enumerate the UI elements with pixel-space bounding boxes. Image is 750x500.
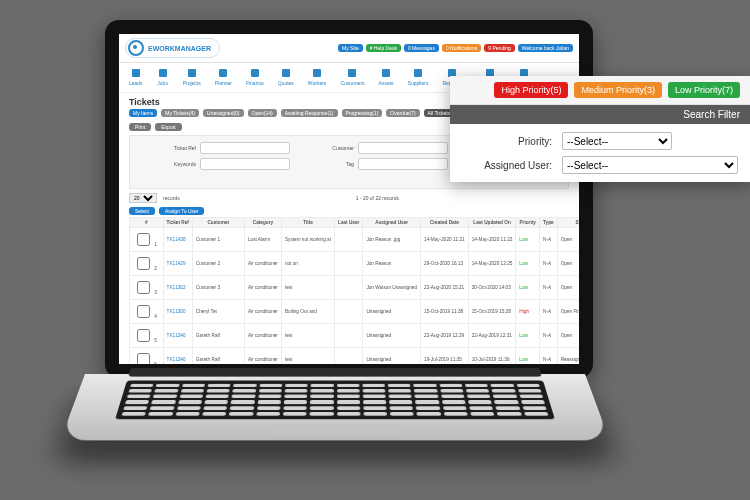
- row-checkbox[interactable]: [137, 305, 150, 318]
- column-header[interactable]: Created Date: [421, 218, 469, 228]
- cell: Unassigned: [363, 324, 421, 348]
- cell: 6: [130, 348, 164, 365]
- toolbar-item-planner[interactable]: Planner: [215, 67, 232, 86]
- toolbar-item-customers[interactable]: Customers: [340, 67, 364, 86]
- cell[interactable]: TK11346: [163, 348, 192, 365]
- cell: 30-Oct-2020 14:03: [468, 276, 516, 300]
- input-ticket-ref[interactable]: [200, 142, 290, 154]
- column-header[interactable]: Type: [540, 218, 558, 228]
- header-pill[interactable]: 0 Notifications: [442, 44, 481, 52]
- row-checkbox[interactable]: [137, 257, 150, 270]
- brand[interactable]: EWORKMANAGER: [125, 38, 220, 58]
- toolbar-item-workers[interactable]: Workers: [308, 67, 327, 86]
- screen-bezel: EWORKMANAGER My Site# Help Desk0 Message…: [105, 20, 593, 378]
- column-header[interactable]: Assigned User: [363, 218, 421, 228]
- label-ticket-ref: Ticket Ref: [136, 145, 196, 151]
- svg-rect-7: [348, 69, 356, 77]
- column-header[interactable]: Last User: [335, 218, 363, 228]
- header-pill[interactable]: 0 Messages: [404, 44, 439, 52]
- header-pill[interactable]: My Site: [338, 44, 363, 52]
- records-toolbar: 20 records 1 - 20 of 22 records: [119, 191, 579, 205]
- row-checkbox[interactable]: [137, 233, 150, 246]
- page-size-select[interactable]: 20: [129, 193, 157, 203]
- bulk-action-bar: SelectAssign To User: [119, 205, 579, 217]
- column-header[interactable]: Status: [557, 218, 579, 228]
- table-body: 1TK11438Customer 1Lost AlarmSystem not w…: [130, 228, 580, 365]
- cell: 14-May-2020 12:25: [468, 252, 516, 276]
- badge-medium-priority[interactable]: Medium Priority(3): [574, 82, 662, 98]
- label-assigned-user: Assigned User:: [462, 160, 552, 171]
- keyboard-deck: [60, 374, 609, 440]
- brand-text: EWORKMANAGER: [148, 45, 211, 52]
- badge-low-priority[interactable]: Low Priority(7): [668, 82, 740, 98]
- column-header[interactable]: Title: [281, 218, 334, 228]
- cell: test: [281, 324, 334, 348]
- table-row: 6TK11346Gareth RalfAir conditionertestUn…: [130, 348, 580, 365]
- cell: 15-Oct-2019 11:38: [421, 300, 469, 324]
- assign-to-user-button[interactable]: Assign To User: [159, 207, 205, 215]
- cell[interactable]: TK11360: [163, 300, 192, 324]
- input-tag[interactable]: [358, 158, 448, 170]
- column-header[interactable]: Customer: [192, 218, 244, 228]
- header-pill[interactable]: 9 Pending: [484, 44, 515, 52]
- row-checkbox[interactable]: [137, 353, 150, 364]
- toolbar-item-suppliers[interactable]: Suppliers: [408, 67, 429, 86]
- cell[interactable]: TK11346: [163, 324, 192, 348]
- cell: N-A: [540, 348, 558, 365]
- input-keywords[interactable]: [200, 158, 290, 170]
- cell[interactable]: TK11429: [163, 252, 192, 276]
- label-priority: Priority:: [462, 136, 552, 147]
- cell: Lost Alarm: [244, 228, 281, 252]
- toolbar-item-assets[interactable]: Assets: [379, 67, 394, 86]
- cell: 14-May-2020 11:22: [468, 228, 516, 252]
- export-button[interactable]: Export: [155, 123, 181, 131]
- toolbar-item-finance[interactable]: Finance: [246, 67, 264, 86]
- filter-pill[interactable]: My Items: [129, 109, 157, 117]
- toolbar-item-quotes[interactable]: Quotes: [278, 67, 294, 86]
- cell: Boiling Out and: [281, 300, 334, 324]
- select-button[interactable]: Select: [129, 207, 155, 215]
- cell: Customer 1: [192, 228, 244, 252]
- toolbar-item-leads[interactable]: Leads: [129, 67, 143, 86]
- app-header: EWORKMANAGER My Site# Help Desk0 Message…: [119, 34, 579, 63]
- cell: 1: [130, 228, 164, 252]
- cell: Air conditioner: [244, 348, 281, 365]
- cell: Air conditioner: [244, 276, 281, 300]
- toolbar-item-projects[interactable]: Projects: [183, 67, 201, 86]
- keyboard-keys: [115, 380, 555, 419]
- label-keywords: Keywords: [136, 161, 196, 167]
- filter-pill[interactable]: Overdue(7): [386, 109, 419, 117]
- column-header[interactable]: Priority: [516, 218, 540, 228]
- cell: Low: [516, 324, 540, 348]
- badge-high-priority[interactable]: High Priority(5): [494, 82, 568, 98]
- cell: N-A: [540, 276, 558, 300]
- filter-pill[interactable]: Awaiting Response(1): [281, 109, 338, 117]
- filter-pill[interactable]: Progressing(1): [342, 109, 383, 117]
- header-pill[interactable]: Welcome back Julian: [518, 44, 573, 52]
- cell[interactable]: TK11362: [163, 276, 192, 300]
- svg-rect-8: [382, 69, 390, 77]
- select-priority[interactable]: --Select--: [562, 132, 672, 150]
- cell[interactable]: TK11438: [163, 228, 192, 252]
- input-customer[interactable]: [358, 142, 448, 154]
- row-checkbox[interactable]: [137, 281, 150, 294]
- column-header[interactable]: Ticket Ref: [163, 218, 192, 228]
- filter-pill[interactable]: Unassigned(0): [203, 109, 244, 117]
- table-row: 3TK11362Customer 3Air conditionertestJon…: [130, 276, 580, 300]
- filter-pill[interactable]: My Tickets(4): [161, 109, 199, 117]
- header-pill[interactable]: # Help Desk: [366, 44, 401, 52]
- select-assigned-user[interactable]: --Select--: [562, 156, 738, 174]
- table-row: 5TK11346Gareth RalfAir conditionertestUn…: [130, 324, 580, 348]
- toolbar-item-jobs[interactable]: Jobs: [157, 67, 169, 86]
- cell: Jon Watson Unassigned: [363, 276, 421, 300]
- cell: [335, 348, 363, 365]
- column-header[interactable]: #: [130, 218, 164, 228]
- row-checkbox[interactable]: [137, 329, 150, 342]
- print-button[interactable]: Print: [129, 123, 151, 131]
- filter-pill[interactable]: Open(14): [248, 109, 277, 117]
- svg-rect-6: [313, 69, 321, 77]
- column-header[interactable]: Category: [244, 218, 281, 228]
- table-row: 4TK11360Cheryl TetAir conditionerBoiling…: [130, 300, 580, 324]
- cell: 22-Aug-2020 15:21: [421, 276, 469, 300]
- column-header[interactable]: Last Updated On: [468, 218, 516, 228]
